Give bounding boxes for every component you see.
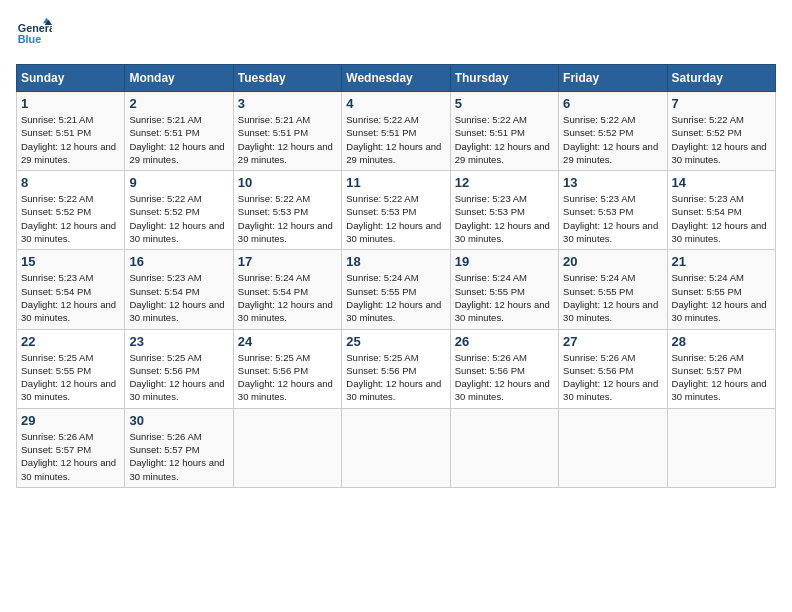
empty-cell-4-6 [667, 408, 775, 487]
sunrise-label: Sunrise: 5:25 AM [346, 352, 418, 363]
day-info: Sunrise: 5:22 AM Sunset: 5:52 PM Dayligh… [563, 113, 662, 166]
day-cell-12: 12 Sunrise: 5:23 AM Sunset: 5:53 PM Dayl… [450, 171, 558, 250]
sunrise-label: Sunrise: 5:23 AM [129, 272, 201, 283]
daylight-label: Daylight: 12 hours and 30 minutes. [455, 378, 550, 402]
day-number: 12 [455, 175, 554, 190]
day-number: 13 [563, 175, 662, 190]
sunrise-label: Sunrise: 5:23 AM [672, 193, 744, 204]
sunset-label: Sunset: 5:54 PM [21, 286, 91, 297]
sunset-label: Sunset: 5:52 PM [21, 206, 91, 217]
header: General Blue [16, 16, 776, 52]
daylight-label: Daylight: 12 hours and 30 minutes. [455, 299, 550, 323]
day-info: Sunrise: 5:25 AM Sunset: 5:56 PM Dayligh… [238, 351, 337, 404]
sunrise-label: Sunrise: 5:22 AM [238, 193, 310, 204]
daylight-label: Daylight: 12 hours and 30 minutes. [346, 220, 441, 244]
daylight-label: Daylight: 12 hours and 29 minutes. [563, 141, 658, 165]
day-info: Sunrise: 5:22 AM Sunset: 5:52 PM Dayligh… [672, 113, 771, 166]
daylight-label: Daylight: 12 hours and 29 minutes. [455, 141, 550, 165]
sunrise-label: Sunrise: 5:22 AM [346, 114, 418, 125]
day-cell-29: 29 Sunrise: 5:26 AM Sunset: 5:57 PM Dayl… [17, 408, 125, 487]
sunset-label: Sunset: 5:51 PM [346, 127, 416, 138]
day-info: Sunrise: 5:26 AM Sunset: 5:56 PM Dayligh… [455, 351, 554, 404]
sunrise-label: Sunrise: 5:25 AM [238, 352, 310, 363]
sunset-label: Sunset: 5:53 PM [346, 206, 416, 217]
day-cell-11: 11 Sunrise: 5:22 AM Sunset: 5:53 PM Dayl… [342, 171, 450, 250]
day-cell-16: 16 Sunrise: 5:23 AM Sunset: 5:54 PM Dayl… [125, 250, 233, 329]
daylight-label: Daylight: 12 hours and 30 minutes. [21, 299, 116, 323]
day-cell-28: 28 Sunrise: 5:26 AM Sunset: 5:57 PM Dayl… [667, 329, 775, 408]
sunset-label: Sunset: 5:52 PM [672, 127, 742, 138]
day-number: 28 [672, 334, 771, 349]
sunset-label: Sunset: 5:55 PM [346, 286, 416, 297]
day-cell-5: 5 Sunrise: 5:22 AM Sunset: 5:51 PM Dayli… [450, 92, 558, 171]
sunset-label: Sunset: 5:56 PM [455, 365, 525, 376]
day-cell-17: 17 Sunrise: 5:24 AM Sunset: 5:54 PM Dayl… [233, 250, 341, 329]
sunset-label: Sunset: 5:53 PM [238, 206, 308, 217]
daylight-label: Daylight: 12 hours and 30 minutes. [129, 378, 224, 402]
day-cell-2: 2 Sunrise: 5:21 AM Sunset: 5:51 PM Dayli… [125, 92, 233, 171]
daylight-label: Daylight: 12 hours and 30 minutes. [238, 378, 333, 402]
day-info: Sunrise: 5:22 AM Sunset: 5:52 PM Dayligh… [21, 192, 120, 245]
sunset-label: Sunset: 5:51 PM [21, 127, 91, 138]
day-number: 9 [129, 175, 228, 190]
svg-text:Blue: Blue [18, 33, 41, 45]
daylight-label: Daylight: 12 hours and 29 minutes. [238, 141, 333, 165]
daylight-label: Daylight: 12 hours and 29 minutes. [129, 141, 224, 165]
daylight-label: Daylight: 12 hours and 30 minutes. [672, 299, 767, 323]
sunset-label: Sunset: 5:51 PM [238, 127, 308, 138]
sunset-label: Sunset: 5:56 PM [563, 365, 633, 376]
day-number: 23 [129, 334, 228, 349]
day-number: 10 [238, 175, 337, 190]
day-cell-3: 3 Sunrise: 5:21 AM Sunset: 5:51 PM Dayli… [233, 92, 341, 171]
day-info: Sunrise: 5:22 AM Sunset: 5:51 PM Dayligh… [346, 113, 445, 166]
sunset-label: Sunset: 5:56 PM [238, 365, 308, 376]
day-cell-10: 10 Sunrise: 5:22 AM Sunset: 5:53 PM Dayl… [233, 171, 341, 250]
day-info: Sunrise: 5:24 AM Sunset: 5:55 PM Dayligh… [455, 271, 554, 324]
day-number: 30 [129, 413, 228, 428]
sunrise-label: Sunrise: 5:24 AM [563, 272, 635, 283]
day-number: 16 [129, 254, 228, 269]
sunrise-label: Sunrise: 5:25 AM [129, 352, 201, 363]
sunrise-label: Sunrise: 5:23 AM [21, 272, 93, 283]
day-number: 14 [672, 175, 771, 190]
day-number: 18 [346, 254, 445, 269]
sunset-label: Sunset: 5:57 PM [672, 365, 742, 376]
calendar-header: Sunday Monday Tuesday Wednesday Thursday… [17, 65, 776, 92]
day-number: 17 [238, 254, 337, 269]
sunrise-label: Sunrise: 5:23 AM [563, 193, 635, 204]
day-info: Sunrise: 5:22 AM Sunset: 5:53 PM Dayligh… [346, 192, 445, 245]
logo-icon: General Blue [16, 16, 52, 52]
daylight-label: Daylight: 12 hours and 30 minutes. [455, 220, 550, 244]
sunset-label: Sunset: 5:54 PM [672, 206, 742, 217]
daylight-label: Daylight: 12 hours and 30 minutes. [672, 141, 767, 165]
sunrise-label: Sunrise: 5:26 AM [21, 431, 93, 442]
day-number: 3 [238, 96, 337, 111]
sunrise-label: Sunrise: 5:26 AM [455, 352, 527, 363]
day-info: Sunrise: 5:25 AM Sunset: 5:55 PM Dayligh… [21, 351, 120, 404]
day-info: Sunrise: 5:26 AM Sunset: 5:57 PM Dayligh… [129, 430, 228, 483]
sunrise-label: Sunrise: 5:26 AM [672, 352, 744, 363]
day-info: Sunrise: 5:24 AM Sunset: 5:55 PM Dayligh… [672, 271, 771, 324]
sunset-label: Sunset: 5:53 PM [563, 206, 633, 217]
week-row-2: 8 Sunrise: 5:22 AM Sunset: 5:52 PM Dayli… [17, 171, 776, 250]
col-thursday: Thursday [450, 65, 558, 92]
day-cell-6: 6 Sunrise: 5:22 AM Sunset: 5:52 PM Dayli… [559, 92, 667, 171]
sunrise-label: Sunrise: 5:24 AM [238, 272, 310, 283]
week-row-5: 29 Sunrise: 5:26 AM Sunset: 5:57 PM Dayl… [17, 408, 776, 487]
sunset-label: Sunset: 5:55 PM [672, 286, 742, 297]
day-number: 11 [346, 175, 445, 190]
day-info: Sunrise: 5:24 AM Sunset: 5:55 PM Dayligh… [563, 271, 662, 324]
daylight-label: Daylight: 12 hours and 30 minutes. [129, 299, 224, 323]
sunset-label: Sunset: 5:56 PM [129, 365, 199, 376]
week-row-3: 15 Sunrise: 5:23 AM Sunset: 5:54 PM Dayl… [17, 250, 776, 329]
week-row-4: 22 Sunrise: 5:25 AM Sunset: 5:55 PM Dayl… [17, 329, 776, 408]
day-number: 7 [672, 96, 771, 111]
sunrise-label: Sunrise: 5:21 AM [21, 114, 93, 125]
day-info: Sunrise: 5:21 AM Sunset: 5:51 PM Dayligh… [129, 113, 228, 166]
sunset-label: Sunset: 5:57 PM [21, 444, 91, 455]
sunrise-label: Sunrise: 5:21 AM [238, 114, 310, 125]
day-cell-4: 4 Sunrise: 5:22 AM Sunset: 5:51 PM Dayli… [342, 92, 450, 171]
day-number: 19 [455, 254, 554, 269]
sunrise-label: Sunrise: 5:24 AM [672, 272, 744, 283]
day-info: Sunrise: 5:24 AM Sunset: 5:54 PM Dayligh… [238, 271, 337, 324]
